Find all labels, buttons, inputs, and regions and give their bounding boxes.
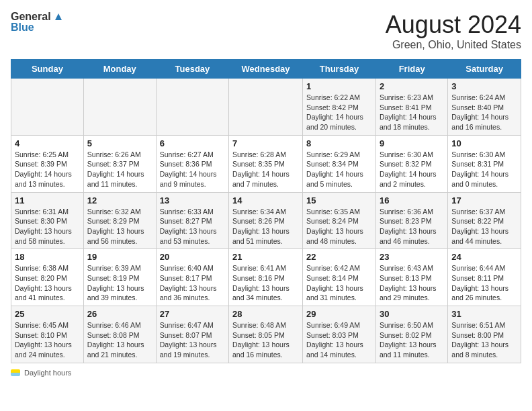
calendar-cell: 24Sunrise: 6:44 AM Sunset: 8:11 PM Dayli… [448,249,521,306]
day-number: 7 [232,138,299,148]
day-info: Sunrise: 6:24 AM Sunset: 8:40 PM Dayligh… [451,93,517,132]
day-number: 9 [380,138,444,148]
daylight-icon [11,369,20,376]
day-info: Sunrise: 6:47 AM Sunset: 8:07 PM Dayligh… [160,320,225,360]
day-info: Sunrise: 6:44 AM Sunset: 8:11 PM Dayligh… [451,263,517,303]
day-info: Sunrise: 6:41 AM Sunset: 8:16 PM Dayligh… [232,263,299,303]
calendar-cell [83,79,156,136]
calendar-cell: 2Sunrise: 6:23 AM Sunset: 8:41 PM Daylig… [375,79,447,136]
logo-triangle-icon [52,11,64,23]
day-info: Sunrise: 6:46 AM Sunset: 8:08 PM Dayligh… [87,320,152,360]
calendar-cell: 3Sunrise: 6:24 AM Sunset: 8:40 PM Daylig… [448,79,521,136]
logo-blue: Blue [11,21,64,34]
day-number: 26 [87,309,152,319]
day-info: Sunrise: 6:25 AM Sunset: 8:39 PM Dayligh… [15,150,80,189]
day-number: 16 [380,195,444,205]
day-info: Sunrise: 6:30 AM Sunset: 8:31 PM Dayligh… [451,150,517,189]
day-number: 14 [232,195,299,205]
day-number: 10 [451,138,517,148]
calendar-cell: 30Sunrise: 6:50 AM Sunset: 8:02 PM Dayli… [375,306,447,363]
day-info: Sunrise: 6:42 AM Sunset: 8:14 PM Dayligh… [306,263,372,303]
day-number: 2 [380,81,444,91]
day-info: Sunrise: 6:45 AM Sunset: 8:10 PM Dayligh… [15,320,80,360]
calendar-cell: 25Sunrise: 6:45 AM Sunset: 8:10 PM Dayli… [11,306,84,363]
calendar-cell: 8Sunrise: 6:29 AM Sunset: 8:34 PM Daylig… [303,135,376,192]
day-number: 25 [15,309,80,319]
calendar-cell: 19Sunrise: 6:39 AM Sunset: 8:19 PM Dayli… [83,249,156,306]
day-info: Sunrise: 6:28 AM Sunset: 8:35 PM Dayligh… [232,150,299,189]
day-number: 18 [15,252,80,262]
day-info: Sunrise: 6:27 AM Sunset: 8:36 PM Dayligh… [160,150,225,189]
day-header-saturday: Saturday [448,60,521,79]
day-header-sunday: Sunday [11,60,84,79]
calendar-cell: 18Sunrise: 6:38 AM Sunset: 8:20 PM Dayli… [11,249,84,306]
day-info: Sunrise: 6:48 AM Sunset: 8:05 PM Dayligh… [232,320,299,360]
logo: General Blue [11,11,64,34]
day-info: Sunrise: 6:31 AM Sunset: 8:30 PM Dayligh… [15,207,80,246]
day-header-friday: Friday [375,60,447,79]
day-number: 23 [380,252,444,262]
day-info: Sunrise: 6:35 AM Sunset: 8:24 PM Dayligh… [306,207,372,246]
day-info: Sunrise: 6:39 AM Sunset: 8:19 PM Dayligh… [87,263,152,303]
calendar-table: SundayMondayTuesdayWednesdayThursdayFrid… [11,59,521,363]
day-number: 24 [451,252,517,262]
day-number: 22 [306,252,372,262]
calendar-cell: 10Sunrise: 6:30 AM Sunset: 8:31 PM Dayli… [448,135,521,192]
day-info: Sunrise: 6:37 AM Sunset: 8:22 PM Dayligh… [451,207,517,246]
calendar-cell: 28Sunrise: 6:48 AM Sunset: 8:05 PM Dayli… [229,306,303,363]
calendar-title: August 2024 [386,11,521,39]
calendar-cell [229,79,303,136]
day-number: 28 [232,309,299,319]
day-info: Sunrise: 6:29 AM Sunset: 8:34 PM Dayligh… [306,150,372,189]
day-info: Sunrise: 6:23 AM Sunset: 8:41 PM Dayligh… [380,93,444,132]
calendar-cell: 4Sunrise: 6:25 AM Sunset: 8:39 PM Daylig… [11,135,84,192]
day-info: Sunrise: 6:22 AM Sunset: 8:42 PM Dayligh… [306,93,372,132]
day-number: 11 [15,195,80,205]
day-info: Sunrise: 6:33 AM Sunset: 8:27 PM Dayligh… [160,207,225,246]
calendar-cell: 14Sunrise: 6:34 AM Sunset: 8:26 PM Dayli… [229,192,303,249]
footer-label: Daylight hours [24,369,71,377]
calendar-cell [11,79,84,136]
calendar-cell: 23Sunrise: 6:43 AM Sunset: 8:13 PM Dayli… [375,249,447,306]
day-info: Sunrise: 6:51 AM Sunset: 8:00 PM Dayligh… [451,320,517,360]
day-info: Sunrise: 6:40 AM Sunset: 8:17 PM Dayligh… [160,263,225,303]
calendar-cell: 26Sunrise: 6:46 AM Sunset: 8:08 PM Dayli… [83,306,156,363]
day-number: 19 [87,252,152,262]
calendar-cell: 5Sunrise: 6:26 AM Sunset: 8:37 PM Daylig… [83,135,156,192]
day-number: 12 [87,195,152,205]
calendar-cell: 17Sunrise: 6:37 AM Sunset: 8:22 PM Dayli… [448,192,521,249]
day-info: Sunrise: 6:43 AM Sunset: 8:13 PM Dayligh… [380,263,444,303]
day-info: Sunrise: 6:26 AM Sunset: 8:37 PM Dayligh… [87,150,152,189]
calendar-cell: 21Sunrise: 6:41 AM Sunset: 8:16 PM Dayli… [229,249,303,306]
day-number: 4 [15,138,80,148]
calendar-cell: 16Sunrise: 6:36 AM Sunset: 8:23 PM Dayli… [375,192,447,249]
day-number: 6 [160,138,225,148]
calendar-cell: 1Sunrise: 6:22 AM Sunset: 8:42 PM Daylig… [303,79,376,136]
day-number: 15 [306,195,372,205]
day-number: 17 [451,195,517,205]
title-area: August 2024 Green, Ohio, United States [386,11,521,51]
calendar-cell: 9Sunrise: 6:30 AM Sunset: 8:32 PM Daylig… [375,135,447,192]
calendar-cell: 20Sunrise: 6:40 AM Sunset: 8:17 PM Dayli… [156,249,228,306]
day-header-thursday: Thursday [303,60,376,79]
day-number: 31 [451,309,517,319]
day-info: Sunrise: 6:38 AM Sunset: 8:20 PM Dayligh… [15,263,80,303]
calendar-cell: 7Sunrise: 6:28 AM Sunset: 8:35 PM Daylig… [229,135,303,192]
calendar-cell: 6Sunrise: 6:27 AM Sunset: 8:36 PM Daylig… [156,135,228,192]
day-number: 29 [306,309,372,319]
day-header-monday: Monday [83,60,156,79]
day-number: 30 [380,309,444,319]
calendar-cell: 29Sunrise: 6:49 AM Sunset: 8:03 PM Dayli… [303,306,376,363]
day-number: 21 [232,252,299,262]
day-number: 20 [160,252,225,262]
day-info: Sunrise: 6:30 AM Sunset: 8:32 PM Dayligh… [380,150,444,189]
calendar-subtitle: Green, Ohio, United States [386,39,521,51]
header: General Blue August 2024 Green, Ohio, Un… [11,11,521,51]
day-number: 1 [306,81,372,91]
day-info: Sunrise: 6:50 AM Sunset: 8:02 PM Dayligh… [380,320,444,360]
day-info: Sunrise: 6:32 AM Sunset: 8:29 PM Dayligh… [87,207,152,246]
day-number: 27 [160,309,225,319]
calendar-cell [156,79,228,136]
calendar-cell: 22Sunrise: 6:42 AM Sunset: 8:14 PM Dayli… [303,249,376,306]
day-header-tuesday: Tuesday [156,60,228,79]
